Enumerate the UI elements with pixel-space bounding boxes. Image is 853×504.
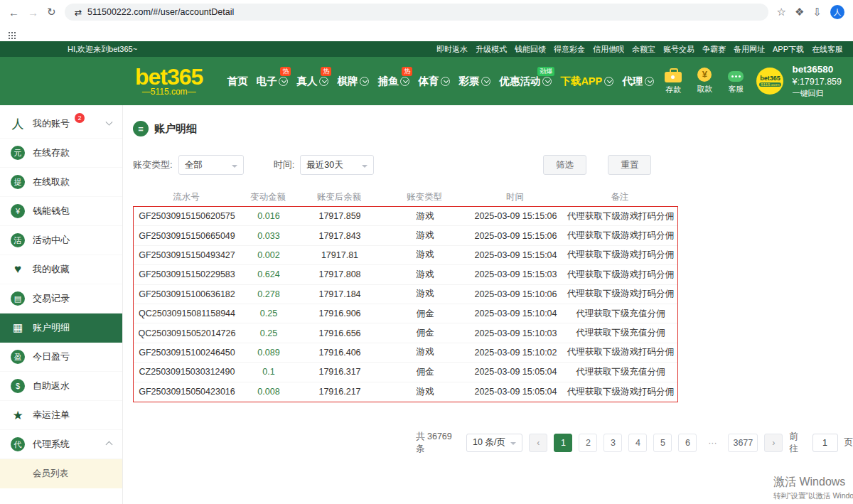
cell-time: 2025-03-09 15:05:04 xyxy=(468,387,564,397)
quick-action-icon xyxy=(697,68,712,82)
topbar-link[interactable]: 升级模式 xyxy=(476,44,507,55)
page-number-button[interactable]: 3677 xyxy=(728,434,758,452)
one-key-recycle-button[interactable]: 一键回归 xyxy=(792,88,842,99)
sidebar-item[interactable]: 提 在线取款 xyxy=(0,168,122,197)
apps-grid-icon[interactable] xyxy=(9,32,10,33)
nav-item[interactable]: 下载APP xyxy=(560,75,613,88)
nav-item[interactable]: 捕鱼 热 xyxy=(377,75,409,88)
time-filter-label: 时间: xyxy=(274,159,295,171)
topbar-link[interactable]: 即时返水 xyxy=(436,44,468,55)
page-number-button[interactable]: ··· xyxy=(703,434,721,452)
nav-item[interactable]: 彩票 xyxy=(458,75,490,88)
bookmark-star-icon[interactable]: ☆ xyxy=(777,6,786,18)
nav-item[interactable]: 真人 热 xyxy=(296,75,328,88)
time-filter-select[interactable]: 最近30天 xyxy=(300,155,374,175)
table-row: GF25030915150493427 0.002 17917.81 游戏 20… xyxy=(134,246,677,265)
sidebar-item-label: 会员列表 xyxy=(33,468,68,480)
topbar-link[interactable]: 账号交易 xyxy=(663,44,694,55)
quick-action-label: 取款 xyxy=(697,84,712,95)
column-header: 备注 xyxy=(563,191,677,203)
site-logo[interactable]: bet365 —5115.com— xyxy=(135,65,203,97)
cell-change-amount: 0.033 xyxy=(240,231,297,241)
cell-time: 2025-03-09 15:15:04 xyxy=(468,250,564,260)
quick-action[interactable]: 存款 xyxy=(661,68,685,95)
nav-item[interactable]: 代理 xyxy=(622,75,654,88)
cell-change-amount: 0.278 xyxy=(240,289,297,299)
cell-change-amount: 0.25 xyxy=(240,328,297,338)
watermark-subtitle: 转到“设置”以激活 Windows。 xyxy=(773,491,853,501)
account-username: bet36580 xyxy=(792,63,842,76)
sidebar-item[interactable]: 元 在线存款 xyxy=(0,139,122,168)
sidebar-item[interactable]: $ 自助返水 xyxy=(0,372,122,401)
topbar-link[interactable]: 在线客服 xyxy=(812,44,843,55)
dropdown-circle-icon xyxy=(481,77,490,86)
nav-item[interactable]: 优惠活动 劲爆 xyxy=(499,75,552,88)
hot-badge: 热 xyxy=(321,67,331,76)
chevron-down-icon xyxy=(362,165,368,171)
forward-icon[interactable]: → xyxy=(28,6,38,18)
sidebar-item-label: 我的收藏 xyxy=(33,263,70,276)
next-page-button[interactable]: › xyxy=(764,434,783,452)
page-number-button[interactable]: 5 xyxy=(653,434,672,452)
topbar-link[interactable]: 得意彩金 xyxy=(554,44,585,55)
nav-item[interactable]: 体育 xyxy=(418,75,450,88)
address-bar[interactable]: ⇄ 511500222.com/#/user/accountDetail xyxy=(65,4,768,21)
page-number-button[interactable]: 3 xyxy=(603,434,622,452)
dropdown-circle-icon xyxy=(441,77,450,86)
nav-item[interactable]: 首页 xyxy=(227,75,247,88)
page-number-button[interactable]: 6 xyxy=(678,434,697,452)
sidebar-item[interactable]: ▦ 账户明细 xyxy=(0,313,122,343)
sidebar-item[interactable]: 盈 今日盈亏 xyxy=(0,343,122,372)
site-topbar: HI,欢迎来到bet365~ 即时返水升级模式钱能回馈得意彩金信用借呗余额宝账号… xyxy=(0,41,853,57)
back-icon[interactable]: ← xyxy=(9,6,19,18)
topbar-link[interactable]: APP下载 xyxy=(773,44,804,55)
page-size-value: 10 条/页 xyxy=(473,436,505,449)
pagination: 共 36769 条 10 条/页 ‹ 1 2 3 4 5 6 xyxy=(133,431,853,455)
sidebar-item[interactable]: ▤ 交易记录 xyxy=(0,284,122,313)
hot-badge: 热 xyxy=(280,67,291,76)
sidebar-item[interactable]: 会员列表 xyxy=(0,459,122,488)
sidebar-item[interactable]: ★ 幸运注单 xyxy=(0,401,122,430)
page-number-button[interactable]: 4 xyxy=(628,434,647,452)
reset-button[interactable]: 重置 xyxy=(608,155,651,175)
site-info-icon[interactable]: ⇄ xyxy=(75,7,82,18)
topbar-link[interactable]: 备用网址 xyxy=(734,44,765,55)
page-number-button[interactable]: 2 xyxy=(579,434,597,452)
nav-item-label: 电子 xyxy=(256,75,277,88)
filter-button[interactable]: 筛选 xyxy=(543,155,586,175)
quick-action[interactable]: 取款 xyxy=(692,68,717,95)
topbar-link[interactable]: 信用借呗 xyxy=(593,44,624,55)
sidebar-item[interactable]: 代 代理系统 xyxy=(0,430,122,459)
page-number-button[interactable]: 1 xyxy=(554,434,572,452)
cell-flow-number: GF25030915100636182 xyxy=(134,289,240,299)
sidebar-item-icon: ★ xyxy=(11,408,25,422)
sidebar-item[interactable]: 活 活动中心 xyxy=(0,226,122,255)
prev-page-button[interactable]: ‹ xyxy=(529,434,547,452)
cell-remark: 代理获取下级游戏打码分佣 xyxy=(564,288,677,300)
type-filter-select[interactable]: 全部 xyxy=(178,155,244,175)
sidebar-item[interactable]: ¥ 钱能钱包 xyxy=(0,197,122,226)
sidebar-item-icon: ¥ xyxy=(11,204,25,218)
page-title-row: ≡ 账户明细 xyxy=(133,121,853,136)
goto-page-input[interactable] xyxy=(812,434,838,452)
extensions-icon[interactable]: ❖ xyxy=(795,6,804,18)
table-row: GF25030915150229583 0.624 17917.808 游戏 2… xyxy=(134,265,677,284)
sidebar-item-label: 今日盈亏 xyxy=(33,350,70,363)
nav-item-label: 下载APP xyxy=(560,75,602,88)
quick-action[interactable]: 客服 xyxy=(724,68,748,95)
dropdown-circle-icon xyxy=(645,77,654,86)
nav-item-label: 真人 xyxy=(296,75,317,88)
topbar-link[interactable]: 钱能回馈 xyxy=(515,44,546,55)
nav-item[interactable]: 棋牌 xyxy=(337,75,369,88)
page-size-select[interactable]: 10 条/页 xyxy=(466,434,522,452)
table-header: 流水号变动金额账变后余额账变类型时间备注 xyxy=(133,188,678,206)
logo-text: bet365 xyxy=(135,65,203,88)
refresh-icon[interactable]: ↻ xyxy=(47,6,56,18)
nav-item[interactable]: 电子 热 xyxy=(256,75,288,88)
topbar-link[interactable]: 余额宝 xyxy=(632,44,655,55)
profile-avatar[interactable]: 人 xyxy=(830,5,844,19)
sidebar-item[interactable]: 人 我的账号 2 xyxy=(0,109,122,139)
sidebar-item[interactable]: ♥ 我的收藏 xyxy=(0,255,122,284)
topbar-link[interactable]: 争霸赛 xyxy=(702,44,726,55)
downloads-icon[interactable]: ⇩ xyxy=(812,6,822,18)
